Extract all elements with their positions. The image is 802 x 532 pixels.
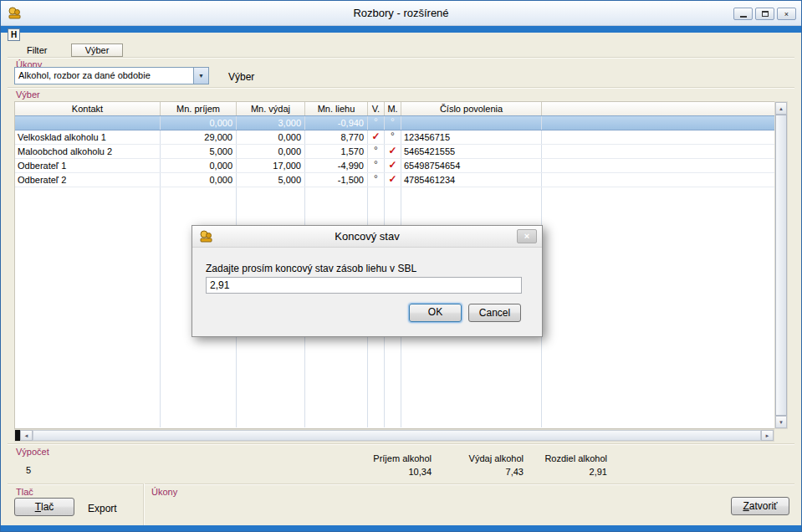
column-header-filler: [542, 102, 774, 116]
cell-kontakt: [15, 116, 161, 130]
cell-kontakt: Maloobchod alkoholu 2: [15, 145, 161, 158]
table-row[interactable]: Velkosklad alkoholu 1 29,000 0,000 8,770…: [15, 130, 774, 145]
cell-vydaj: 0,000: [237, 145, 305, 158]
column-header-prijem[interactable]: Mn. príjem: [161, 102, 237, 116]
cell-filler: [542, 130, 774, 144]
cell-lieh: -4,990: [305, 159, 368, 172]
tlac-group-label: Tlač: [16, 487, 33, 497]
cell-prijem: 0,000: [161, 173, 237, 187]
cell-v-mark: °: [368, 173, 385, 187]
scroll-up-icon[interactable]: ▲: [775, 102, 787, 115]
window-controls: ×: [733, 8, 796, 20]
task-dropdown[interactable]: Alkohol, rozbor za dané obdobie ▼: [14, 67, 209, 84]
cancel-button[interactable]: Cancel: [468, 304, 521, 322]
cell-vydaj: 5,000: [237, 173, 305, 187]
minimize-button[interactable]: [733, 8, 753, 20]
cell-kontakt: Odberateľ 2: [15, 173, 161, 187]
cell-m-mark: ✓: [385, 173, 401, 187]
separator: [8, 443, 794, 445]
stat-label-prijem: Príjem alkohol: [340, 453, 432, 463]
close-button[interactable]: ×: [777, 8, 796, 20]
scroll-down-icon[interactable]: ▼: [775, 416, 787, 428]
maximize-icon: [762, 11, 769, 17]
cell-vydaj: 17,000: [237, 159, 305, 172]
stat-label-rozdiel: Rozdiel alkohol: [515, 453, 607, 463]
column-header-kontakt[interactable]: Kontakt: [15, 102, 161, 116]
cell-cislo: 123456715: [401, 130, 542, 144]
stat-value-vydaj: 7,43: [432, 467, 524, 477]
cell-kontakt: Odberateľ 1: [15, 159, 161, 172]
stat-value-prijem: 10,34: [340, 467, 432, 477]
column-header-v[interactable]: V.: [368, 102, 385, 116]
top-accent-bar: [1, 26, 801, 33]
ok-button[interactable]: OK: [409, 304, 462, 322]
cell-cislo: [401, 116, 542, 130]
dialog-close-button[interactable]: ×: [517, 229, 537, 243]
column-header-cislo[interactable]: Číslo povolenia: [401, 102, 542, 116]
close-button-label: atvoriť: [749, 500, 778, 512]
table-row[interactable]: Odberateľ 1 0,000 17,000 -4,990 ° ✓ 6549…: [15, 159, 774, 173]
scroll-right-icon[interactable]: ►: [761, 430, 774, 441]
table-row[interactable]: Maloobchod alkoholu 2 5,000 0,000 1,570 …: [15, 145, 774, 159]
action-vyber-label: Výber: [228, 71, 254, 83]
column-header-lieh[interactable]: Mn. liehu: [305, 102, 368, 116]
horizontal-scrollbar-thumb[interactable]: [33, 430, 761, 441]
cell-m-mark: ✓: [385, 159, 401, 172]
cell-prijem: 0,000: [161, 116, 237, 130]
table-row[interactable]: Odberateľ 2 0,000 5,000 -1,500 ° ✓ 47854…: [15, 173, 774, 187]
vypocet-group-label: Výpočet: [16, 447, 49, 457]
cell-vydaj: 3,000: [237, 116, 305, 130]
separator: [8, 57, 794, 59]
chevron-down-icon[interactable]: ▼: [193, 68, 208, 84]
separator: [8, 87, 794, 89]
minimize-icon: [740, 16, 747, 18]
tab-vyber[interactable]: Výber: [71, 43, 123, 57]
footer-ukony-label: Úkony: [151, 487, 177, 497]
cell-lieh: 1,570: [305, 145, 368, 158]
app-window: Rozbory - rozšírené × H Filter Výber Úko…: [0, 0, 802, 532]
cell-cislo: 5465421555: [401, 145, 542, 158]
cell-filler: [542, 173, 774, 187]
vertical-scrollbar-thumb[interactable]: [775, 115, 787, 416]
horizontal-scrollbar[interactable]: ◄ ►: [14, 429, 774, 442]
cell-prijem: 5,000: [161, 145, 237, 158]
help-h-button[interactable]: H: [8, 28, 20, 41]
task-dropdown-value: Alkohol, rozbor za dané obdobie: [15, 68, 193, 84]
column-header-vydaj[interactable]: Mn. výdaj: [237, 102, 305, 116]
dialog-prompt-text: Zadajte prosím koncový stav zásob liehu …: [206, 263, 416, 274]
table-header-row: Kontakt Mn. príjem Mn. výdaj Mn. liehu V…: [15, 102, 774, 116]
dialog-app-icon: [199, 229, 213, 243]
close-window-button[interactable]: Zatvoriť: [731, 497, 789, 515]
title-bar: Rozbory - rozšírené ×: [1, 1, 801, 26]
window-title: Rozbory - rozšírené: [1, 1, 801, 25]
scroll-left-icon[interactable]: ◄: [20, 430, 33, 441]
table-row[interactable]: 0,000 3,000 -0,940 ° °: [15, 115, 774, 130]
print-button-accesskey: T: [35, 501, 41, 513]
cell-vydaj: 0,000: [237, 130, 305, 144]
export-action[interactable]: Export: [88, 503, 117, 514]
cell-lieh: -0,940: [305, 116, 368, 130]
vyber-group-label: Výber: [16, 90, 40, 100]
cell-v-mark: °: [368, 145, 385, 158]
cell-lieh: -1,500: [305, 173, 368, 187]
column-header-m[interactable]: M.: [385, 102, 401, 116]
cell-v-mark: °: [368, 116, 385, 130]
print-button-label: lač: [41, 501, 54, 513]
cell-filler: [542, 159, 774, 172]
print-button[interactable]: Tlač: [14, 498, 74, 516]
cell-prijem: 0,000: [161, 159, 237, 172]
footer-divider: [143, 483, 145, 525]
cell-m-mark: ✓: [385, 145, 401, 158]
cell-prijem: 29,000: [161, 130, 237, 144]
koncovy-stav-input[interactable]: [206, 277, 522, 294]
maximize-button[interactable]: [755, 8, 774, 20]
cell-kontakt: Velkosklad alkoholu 1: [15, 130, 161, 144]
cell-m-mark: °: [385, 130, 401, 144]
close-button-accesskey: Z: [743, 500, 748, 512]
cell-cislo: 4785461234: [401, 173, 542, 187]
cell-filler: [542, 116, 774, 130]
cell-v-mark: ✓: [368, 130, 385, 144]
vertical-scrollbar[interactable]: ▲ ▼: [774, 101, 788, 429]
tab-filter[interactable]: Filter: [27, 45, 47, 55]
dialog-title: Koncový stav: [192, 226, 542, 247]
